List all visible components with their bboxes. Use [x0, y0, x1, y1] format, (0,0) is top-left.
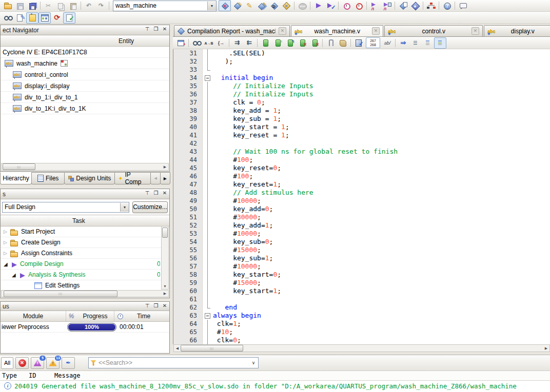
type-column-header[interactable]: Type [0, 372, 29, 379]
view-split-button[interactable] [422, 37, 434, 49]
message-search-box[interactable]: <<Search>> ∨ [88, 357, 259, 368]
code-line[interactable]: 49 #10000; [173, 197, 550, 205]
scroll-right-icon[interactable]: ▶ [162, 164, 168, 170]
doc-tab-compilation-report-wash-machine[interactable]: Compilation Report - wash_machine✕ [174, 25, 290, 36]
scrollbar-thumb[interactable]: ||| [3, 163, 35, 170]
task-tree-item[interactable]: ▷Start Project [1, 226, 169, 237]
flow-selector[interactable]: Full Design ▼ [2, 202, 129, 213]
view-outline-button[interactable] [409, 37, 422, 49]
stop-button[interactable] [296, 0, 308, 11]
delete-all-bookmarks-button[interactable] [308, 37, 321, 49]
unindent-button[interactable] [243, 37, 256, 49]
goto-matching-brace-button[interactable] [215, 37, 227, 49]
code-line[interactable]: 63always begin [173, 312, 550, 320]
code-line[interactable]: 41 key_reset = 1; [173, 131, 550, 139]
find-in-hierarchy-button[interactable] [2, 12, 14, 24]
code-line[interactable]: 64 clk=1; [173, 320, 550, 328]
expand-arrow-icon[interactable]: ▷ [4, 240, 10, 245]
scroll-left-icon[interactable]: ◀ [174, 345, 181, 351]
toggle-bookmark-button[interactable] [259, 37, 271, 49]
code-line[interactable]: 61 [173, 295, 550, 303]
task-tree-item[interactable]: Edit Settings [1, 280, 169, 291]
find-button[interactable] [190, 37, 203, 49]
scrollbar-thumb[interactable]: ||| [181, 345, 243, 352]
view-full-button[interactable] [434, 37, 446, 49]
code-line[interactable]: 34 initial begin [173, 74, 550, 82]
feedback-button[interactable] [457, 0, 469, 11]
code-line[interactable]: 36 // Initialize Inputs [173, 90, 550, 98]
replace-button[interactable] [203, 37, 215, 49]
pin-icon[interactable]: ⊤ [144, 190, 151, 197]
close-tab-icon[interactable]: ✕ [279, 27, 286, 35]
task-column-header[interactable]: Task [1, 215, 169, 226]
save-button[interactable] [14, 0, 26, 11]
task-tree-item[interactable]: ◢Compile Design0 [1, 259, 169, 270]
timequest-button[interactable] [340, 0, 352, 11]
entity-tree-item[interactable]: abcdiv_to_1:i_div_to_1 [1, 92, 169, 103]
message-row[interactable]: i204019Generated file wash_machine_8_120… [0, 381, 550, 391]
settings-button[interactable] [256, 0, 268, 11]
tasks-vscrollbar[interactable]: ▼ [161, 226, 169, 290]
previous-bookmark-button[interactable] [284, 37, 296, 49]
task-tree-item[interactable]: ▷Assign Constraints [1, 248, 169, 259]
code-line[interactable]: 65 #10; [173, 328, 550, 336]
task-tree-item[interactable]: ▷Create Design [1, 237, 169, 248]
word-wrap-button[interactable] [381, 37, 394, 49]
code-line[interactable]: 62 end [173, 303, 550, 312]
code-line[interactable]: 35 // Initialize Inputs [173, 82, 550, 90]
time-column-header[interactable]: Time [126, 311, 162, 321]
code-editor[interactable]: 31 .SEL(SEL)32 );3334 initial begin35 //… [173, 49, 550, 344]
collapse-arrow-icon[interactable]: ◢ [12, 272, 18, 278]
close-tab-icon[interactable]: ✕ [472, 27, 479, 35]
code-line[interactable]: 45 key_reset=0; [173, 164, 550, 172]
entity-column-header[interactable]: Entity [1, 35, 169, 47]
code-line[interactable]: 39 key_sub = 1; [173, 115, 550, 123]
expand-arrow-icon[interactable]: ▷ [4, 251, 10, 256]
delete-bookmark-button[interactable] [296, 37, 308, 49]
code-line[interactable]: 54 key_sub=0; [173, 238, 550, 246]
cut-button[interactable] [42, 0, 54, 11]
refresh-button[interactable] [51, 12, 63, 24]
message-column-header[interactable]: Message [54, 372, 81, 379]
next-bookmark-button[interactable] [271, 37, 284, 49]
close-icon[interactable]: ✕ [161, 190, 168, 197]
chip-planner-button[interactable] [409, 0, 421, 11]
navigator-hscrollbar[interactable]: ||| ▶ [1, 163, 169, 171]
pin-icon[interactable]: ⊤ [144, 26, 151, 33]
code-line[interactable]: 50 key_add=0; [173, 205, 550, 213]
entity-tree-item[interactable]: abcwash_machine [1, 58, 169, 69]
paste-button[interactable] [67, 0, 79, 11]
code-line[interactable]: 40 key_start = 1; [173, 123, 550, 131]
code-line[interactable]: 37 clk = 0; [173, 98, 550, 107]
code-line[interactable]: 46 #100; [173, 172, 550, 180]
entity-tree-item[interactable]: abcdisplay:i_display [1, 80, 169, 92]
code-line[interactable]: 44 #100; [173, 156, 550, 164]
chevron-down-icon[interactable]: ∨ [249, 360, 258, 365]
code-line[interactable]: 55 #15000; [173, 246, 550, 254]
rtl-simulation-button[interactable] [368, 0, 381, 11]
progress-column-header[interactable]: Progress [76, 311, 114, 321]
filter-errors-button[interactable]: ✕ [15, 357, 29, 369]
help-button[interactable] [441, 0, 453, 11]
doc-tab-wash-machine-v[interactable]: abcwash_machine.v✕ [291, 25, 383, 36]
code-line[interactable]: 60 key_start=1; [173, 287, 550, 295]
editor-hscrollbar[interactable]: ◀ ||| ▶ [173, 344, 550, 352]
code-line[interactable]: 47 key_reset=1; [173, 180, 550, 189]
task-tree-item[interactable]: ◢Analysis & Synthesis0 [1, 270, 169, 280]
device-button[interactable] [219, 0, 231, 11]
indent-button[interactable] [231, 37, 243, 49]
combobox-arrow-icon[interactable]: ▼ [207, 2, 216, 10]
fold-margin[interactable] [203, 74, 213, 82]
customize-button[interactable]: Customize... [132, 201, 168, 213]
float-icon[interactable]: ❐ [152, 190, 160, 197]
code-line[interactable]: 56 key_sub=1; [173, 254, 550, 262]
combobox-arrow-icon[interactable]: ▼ [120, 203, 129, 212]
filter-critical-warnings-button[interactable]: ! 5 [31, 357, 44, 369]
edit-netlist-button[interactable] [14, 12, 26, 24]
code-line[interactable]: 51 #30000; [173, 213, 550, 221]
entity-tree-item[interactable]: Cyclone IV E: EP4CE10F17C8 [1, 47, 169, 58]
code-line[interactable]: 59 #15000; [173, 279, 550, 287]
code-line[interactable]: 58 key_start=0; [173, 271, 550, 279]
code-line[interactable]: 31 .SEL(SEL) [173, 49, 550, 57]
doc-tab-control-v[interactable]: abccontrol.v✕ [384, 25, 483, 36]
